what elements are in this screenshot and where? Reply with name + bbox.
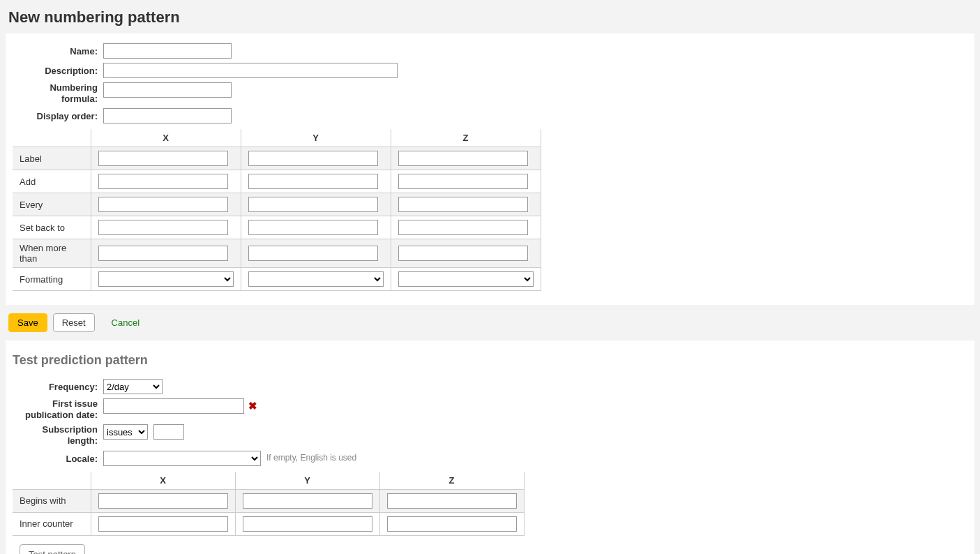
begins-z-input[interactable]: [387, 493, 517, 509]
row-label: Inner counter: [13, 512, 91, 535]
inner-y-input[interactable]: [243, 516, 372, 532]
add-y-input[interactable]: [248, 174, 378, 189]
whenmore-y-input[interactable]: [248, 246, 378, 261]
test-panel-legend: Test prediction pattern: [13, 353, 967, 368]
begins-x-input[interactable]: [98, 493, 228, 509]
formatting-x-select[interactable]: [98, 271, 234, 287]
add-z-input[interactable]: [398, 174, 528, 189]
setback-z-input[interactable]: [398, 220, 528, 235]
every-x-input[interactable]: [98, 197, 228, 212]
action-bar: Save Reset Cancel: [6, 305, 974, 340]
whenmore-x-input[interactable]: [98, 246, 228, 261]
sub-length-unit-select[interactable]: issues: [103, 424, 148, 440]
name-label: Name:: [13, 43, 103, 57]
sub-length-label: Subscription length:: [13, 424, 103, 446]
inner-z-input[interactable]: [387, 516, 517, 532]
test-grid: X Y Z Begins with Inner counter: [13, 472, 525, 536]
table-row: Add: [13, 170, 541, 193]
description-input[interactable]: [103, 63, 398, 78]
grid-corner: [13, 129, 91, 147]
description-label: Description:: [13, 63, 103, 77]
col-z: Z: [391, 129, 541, 147]
frequency-select[interactable]: 2/day: [103, 379, 163, 394]
table-row: Inner counter: [13, 512, 524, 535]
col-y: Y: [235, 472, 379, 490]
setback-y-input[interactable]: [248, 220, 378, 235]
locale-label: Locale:: [13, 451, 103, 465]
test-prediction-panel: Test prediction pattern Frequency: 2/day…: [6, 340, 974, 554]
name-input[interactable]: [103, 43, 232, 59]
inner-x-input[interactable]: [98, 516, 228, 532]
whenmore-z-input[interactable]: [398, 246, 528, 261]
formatting-z-select[interactable]: [398, 271, 534, 287]
col-z: Z: [379, 472, 524, 490]
table-row: Begins with: [13, 489, 524, 512]
clear-date-icon[interactable]: ✖: [248, 398, 257, 412]
page-title: New numbering pattern: [8, 8, 974, 27]
save-button[interactable]: Save: [8, 313, 47, 332]
row-label: Formatting: [13, 268, 91, 291]
row-label: Every: [13, 193, 91, 216]
formatting-y-select[interactable]: [248, 271, 384, 287]
label-z-input[interactable]: [398, 151, 528, 166]
formula-input[interactable]: [103, 82, 232, 98]
table-row: Every: [13, 193, 541, 216]
label-x-input[interactable]: [98, 151, 228, 166]
row-label: When more than: [13, 239, 91, 268]
begins-y-input[interactable]: [243, 493, 372, 509]
numbering-pattern-panel: Name: Description: Numbering formula: Di…: [6, 33, 974, 305]
label-y-input[interactable]: [248, 151, 378, 166]
row-label: Set back to: [13, 216, 91, 239]
row-label: Add: [13, 170, 91, 193]
table-row: When more than: [13, 239, 541, 268]
reset-button[interactable]: Reset: [53, 313, 95, 332]
row-label: Label: [13, 147, 91, 170]
formula-label: Numbering formula:: [13, 82, 103, 104]
setback-x-input[interactable]: [98, 220, 228, 235]
first-issue-date-input[interactable]: [103, 398, 244, 414]
table-row: Set back to: [13, 216, 541, 239]
table-row: Label: [13, 147, 541, 170]
display-order-label: Display order:: [13, 108, 103, 122]
locale-select[interactable]: [103, 451, 261, 466]
col-x: X: [91, 129, 241, 147]
col-x: X: [91, 472, 235, 490]
table-row: Formatting: [13, 268, 541, 291]
add-x-input[interactable]: [98, 174, 228, 189]
pattern-grid: X Y Z Label Add Every: [13, 129, 541, 291]
col-y: Y: [241, 129, 391, 147]
sub-length-input[interactable]: [153, 424, 184, 440]
display-order-input[interactable]: [103, 108, 232, 123]
first-issue-label: First issue publication date:: [13, 398, 103, 420]
cancel-link[interactable]: Cancel: [103, 314, 148, 331]
frequency-label: Frequency:: [13, 379, 103, 393]
grid-corner: [13, 472, 91, 490]
every-y-input[interactable]: [248, 197, 378, 212]
row-label: Begins with: [13, 489, 91, 512]
every-z-input[interactable]: [398, 197, 528, 212]
locale-hint: If empty, English is used: [266, 451, 356, 463]
test-pattern-button[interactable]: Test pattern: [20, 544, 85, 554]
